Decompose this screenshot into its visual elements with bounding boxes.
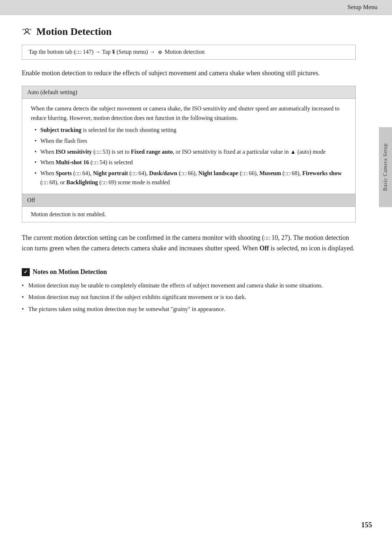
side-tab-label: Basic Camera Setup: [383, 143, 388, 191]
auto-header: Auto (default setting): [22, 86, 355, 99]
page-container: Setup Menu Basic Camera Setup Motion Det…: [0, 0, 392, 540]
notes-section: ✓ Notes on Motion Detection Motion detec…: [22, 268, 356, 314]
notes-item: Motion detection may not function if the…: [22, 293, 356, 302]
auto-bullets-list: Subject tracking is selected for the tou…: [31, 125, 347, 187]
intro-paragraph: Enable motion detection to reduce the ef…: [22, 68, 356, 78]
motion-detection-icon: [22, 27, 32, 37]
auto-content: When the camera detects the subject move…: [22, 99, 355, 194]
notes-title-text: Notes on Motion Detection: [33, 268, 107, 276]
notes-title: ✓ Notes on Motion Detection: [22, 268, 356, 276]
nav-box: Tap the bottom tab (□□ 147) → Tap ¥ (Set…: [22, 45, 356, 60]
svg-point-0: [25, 29, 28, 32]
header-bar: Setup Menu: [0, 0, 392, 15]
notes-list: Motion detection may be unable to comple…: [22, 281, 356, 314]
svg-point-3: [160, 53, 160, 54]
setup-menu-icon: [157, 49, 163, 56]
page-title: Motion Detection: [22, 26, 356, 37]
off-content: Motion detection is not enabled.: [22, 207, 355, 222]
header-title: Setup Menu: [347, 4, 377, 11]
svg-point-4: [158, 52, 159, 53]
side-tab: Basic Camera Setup: [379, 127, 392, 207]
svg-point-2: [160, 51, 160, 51]
page-number: 155: [361, 521, 372, 529]
main-content: Motion Detection Tap the bottom tab (□□ …: [0, 15, 392, 540]
svg-point-5: [161, 52, 162, 53]
notes-item: The pictures taken using motion detectio…: [22, 305, 356, 314]
nav-text: Tap the bottom tab (□□ 147) → Tap ¥ (Set…: [29, 49, 204, 55]
notes-item: Motion detection may be unable to comple…: [22, 281, 356, 290]
page-title-text: Motion Detection: [36, 26, 112, 37]
list-item: When Multi-shot 16 (□□ 54) is selected: [34, 158, 347, 167]
auto-body-intro: When the camera detects the subject move…: [31, 104, 347, 122]
list-item: When the flash fires: [34, 136, 347, 146]
list-item: Subject tracking is selected for the tou…: [34, 125, 347, 135]
list-item: When ISO sensitivity (□□ 53) is set to F…: [34, 147, 347, 157]
settings-table: Auto (default setting) When the camera d…: [22, 86, 356, 222]
svg-point-1: [159, 51, 161, 53]
notes-icon: ✓: [22, 268, 30, 276]
summary-paragraph: The current motion detection setting can…: [22, 233, 356, 254]
list-item: When Sports (□□ 64), Night portrait (□□ …: [34, 169, 347, 187]
off-header: Off: [22, 194, 355, 207]
